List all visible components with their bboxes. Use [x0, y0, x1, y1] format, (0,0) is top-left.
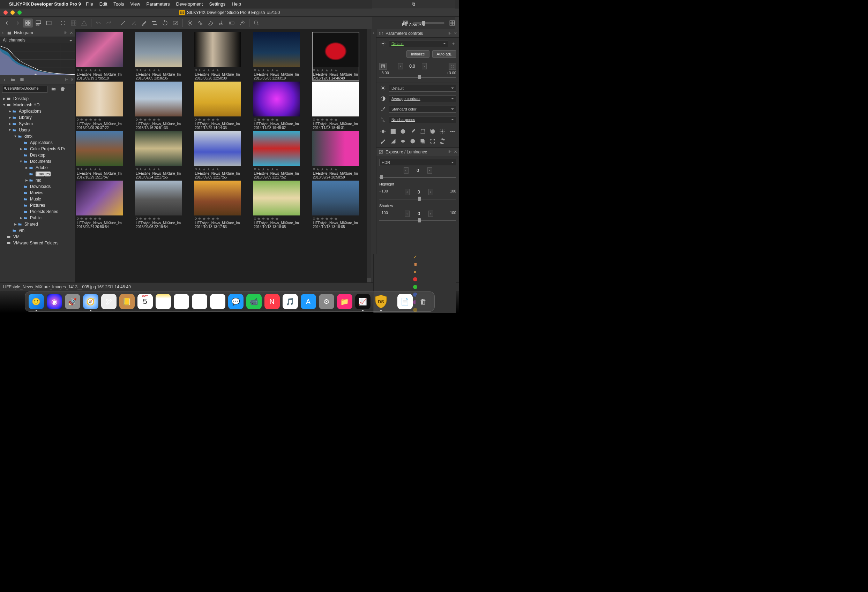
dock-siri-icon[interactable]: ◉ [47, 294, 62, 309]
rating-row[interactable]: ★★★★★ [77, 216, 122, 221]
disclosure-arrow[interactable]: ▼ [8, 128, 12, 132]
contrast-icon[interactable] [379, 96, 387, 102]
effects-icon[interactable] [439, 128, 446, 135]
preset-add-button[interactable]: ＋ [450, 40, 456, 47]
thumbnail[interactable]: ★★★★★LIFEstyle_News_MiXture_Image2014/10… [312, 181, 359, 229]
exposure-decrease[interactable]: ‹ [398, 63, 403, 69]
tree-item-public[interactable]: ▶Public [0, 215, 75, 221]
nav-back-button[interactable] [2, 19, 12, 28]
disclosure-arrow[interactable]: ▶ [24, 178, 29, 182]
exposure-target-icon[interactable] [449, 63, 456, 70]
disclosure-arrow[interactable]: ▶ [8, 116, 12, 119]
fit-button[interactable] [58, 19, 68, 28]
hdr-inc[interactable]: › [427, 167, 432, 174]
menu-file[interactable]: File [86, 1, 93, 7]
tree-item-projects-series[interactable]: Projects Series [0, 209, 75, 215]
dock-trash-icon[interactable]: 🗑 [415, 294, 431, 309]
expand-adj-icon[interactable] [429, 138, 436, 145]
tree-item-applications[interactable]: Applications [0, 140, 75, 146]
tree-item-desktop[interactable]: ▶Desktop [0, 96, 75, 102]
disclosure-arrow[interactable]: ▶ [8, 122, 12, 125]
dock-notes-icon[interactable] [156, 294, 171, 309]
folder-tree[interactable]: ▶Desktop▼Macintosh HD▶Applications▶Libra… [0, 94, 75, 283]
rating-row[interactable]: ★★★★★ [77, 68, 122, 72]
thumbnail[interactable]: ★★★★★LIFEstyle_News_MiXture_Image2015/09… [76, 32, 123, 80]
parameters-close[interactable]: ✕ [454, 31, 457, 35]
dock-silkypix-icon[interactable]: DS [373, 294, 389, 309]
thumb-size-slider[interactable] [413, 22, 444, 24]
spot-adj-icon[interactable] [409, 138, 416, 145]
triangle-adj-icon[interactable] [390, 138, 397, 145]
auto-adjust-button[interactable]: Auto adj. [432, 50, 456, 58]
menu-view[interactable]: View [130, 1, 140, 7]
dock-contacts-icon[interactable]: 📒 [119, 294, 135, 309]
view-preview-button[interactable] [44, 19, 54, 28]
gear-icon[interactable] [379, 41, 387, 46]
goto-folder-button[interactable] [50, 87, 56, 92]
brush-tool[interactable] [139, 19, 149, 28]
disclosure-arrow[interactable]: ▶ [19, 216, 23, 219]
status-reject-icon[interactable]: ✕ [413, 269, 417, 274]
window-minimize-button[interactable] [10, 10, 15, 15]
disclosure-arrow[interactable]: ▼ [19, 160, 23, 163]
disclosure-arrow[interactable]: ▶ [2, 97, 6, 100]
histogram-channel-select[interactable]: All channels [0, 37, 75, 44]
disclosure-arrow[interactable]: ▶ [24, 166, 29, 169]
dock-activity-icon[interactable]: 📈 [355, 294, 371, 309]
menu-development[interactable]: Development [176, 1, 203, 7]
rename-tool[interactable] [227, 19, 236, 28]
tree-item-adobe[interactable]: ▶Adobe [0, 165, 75, 171]
rating-row[interactable]: ★★★★★ [136, 117, 181, 122]
disclosure-arrow[interactable]: ▼ [2, 103, 6, 107]
status-green-dot[interactable] [413, 285, 417, 289]
exposure-increase[interactable]: › [422, 63, 427, 69]
exposure-slider[interactable] [379, 76, 456, 79]
thumbnail[interactable]: ★★★★★LIFEstyle_News_MiXture_Image2014/11… [312, 82, 359, 130]
loupe-tool[interactable] [251, 19, 261, 28]
undo-button[interactable] [93, 19, 103, 28]
tree-item-library[interactable]: ▶Library [0, 114, 75, 121]
dock-mail-icon[interactable]: 🕊 [101, 294, 117, 309]
tree-item-movies[interactable]: Movies [0, 190, 75, 196]
dock-settings-icon[interactable]: ⚙ [319, 294, 334, 309]
rating-row[interactable]: ★★★★★ [313, 68, 358, 72]
rating-row[interactable]: ★★★★★ [136, 68, 181, 72]
sharp-icon[interactable] [379, 117, 387, 122]
fisheye-adj-icon[interactable] [400, 138, 406, 145]
exposure-spinner[interactable]: ‹ 0.0 › [398, 63, 427, 69]
hdr-dec[interactable]: ‹ [404, 167, 409, 174]
export-tool[interactable] [216, 19, 226, 28]
perspective-icon[interactable] [419, 128, 426, 135]
disclosure-arrow[interactable]: ▼ [13, 135, 18, 138]
rating-row[interactable]: ★★★★★ [254, 216, 299, 221]
refresh-button[interactable] [59, 87, 66, 92]
dock-facetime-icon[interactable]: 📹 [246, 294, 262, 309]
thumbnail[interactable]: ★★★★★LIFEstyle_News_MiXture_Image2016/03… [194, 32, 241, 80]
erase-tool[interactable] [206, 19, 216, 28]
dock-calendar-icon[interactable]: OCT5 [137, 294, 153, 309]
tree-item-md[interactable]: ▶md [0, 177, 75, 183]
rotate-adj-icon[interactable] [429, 128, 436, 135]
dock-photos-icon[interactable]: ❋ [210, 294, 225, 309]
bookmark-folder-icon[interactable] [18, 77, 26, 83]
rating-row[interactable]: ★★★★★ [254, 117, 299, 122]
highlight-spinner[interactable]: ‹0› [405, 189, 433, 195]
thumb-scrollbar[interactable] [367, 29, 371, 283]
right-panel-expand[interactable]: › [371, 29, 376, 283]
nav-fwd-button[interactable] [13, 19, 22, 28]
exposure-comp-icon[interactable] [379, 63, 387, 70]
highlight-adj-icon[interactable] [379, 128, 387, 135]
app-name-menu[interactable]: SILKYPIX Developer Studio Pro 9 [9, 1, 81, 7]
rating-row[interactable]: ★★★★★ [136, 166, 181, 172]
luminance-close[interactable]: ✕ [454, 150, 457, 154]
dock-music-icon[interactable]: 🎵 [283, 294, 298, 309]
tree-item-color-projects-6-pr[interactable]: ▶Color Projects 6 Pr [0, 146, 75, 152]
lens-icon[interactable] [400, 128, 406, 135]
thumbnail[interactable]: ★★★★★LIFEstyle_News_MiXture_Image2015/05… [253, 32, 300, 80]
path-input[interactable]: /Users/dmx/Docume [2, 86, 47, 93]
brush-adj-icon[interactable] [379, 138, 387, 145]
folder-pin[interactable]: ⊩ [65, 77, 68, 82]
rating-row[interactable]: ★★★★★ [254, 166, 299, 172]
dock-messages-icon[interactable]: 💬 [228, 294, 244, 309]
spotting-tool[interactable] [129, 19, 139, 28]
